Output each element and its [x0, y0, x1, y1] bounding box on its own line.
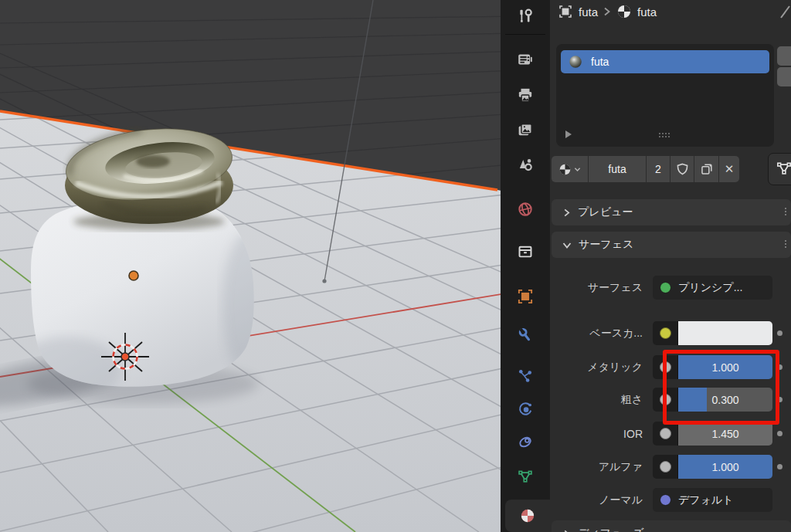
ior-value-field[interactable]: 1.450 — [678, 422, 772, 446]
value-socket-icon — [660, 461, 671, 473]
base-color-row: ベースカ... — [550, 320, 791, 346]
annotation-highlight-rect — [663, 350, 779, 425]
object-origin-dot[interactable] — [129, 271, 138, 280]
collection-icon — [517, 243, 534, 260]
base-color-label: ベースカ... — [550, 320, 643, 346]
material-slot-selected[interactable]: futa — [561, 50, 769, 73]
animate-decorator[interactable] — [777, 431, 783, 436]
ior-field[interactable]: 1.450 — [653, 422, 772, 446]
panel-diffuse-label: ディフューズ — [578, 527, 644, 532]
chevron-down-icon — [562, 241, 572, 249]
object-icon — [517, 288, 534, 305]
material-sphere-icon — [558, 163, 572, 176]
close-icon: ✕ — [725, 162, 735, 176]
shader-socket-icon — [660, 282, 671, 293]
tab-collection[interactable] — [501, 236, 550, 268]
alpha-slider[interactable]: 1.000 — [678, 455, 772, 479]
constraints-icon — [517, 433, 534, 450]
chevron-right-icon — [562, 530, 571, 532]
panel-preview-label: プレビュー — [578, 205, 633, 219]
tab-physics[interactable] — [501, 393, 550, 425]
value-socket-icon — [660, 428, 671, 439]
panel-surface-header[interactable]: サーフェス — [552, 232, 791, 258]
alpha-field[interactable]: 1.000 — [653, 455, 772, 479]
animate-decorator[interactable] — [777, 464, 783, 469]
base-color-swatch[interactable] — [678, 321, 772, 345]
modifier-wrench-icon — [517, 327, 534, 344]
color-socket-icon — [660, 327, 671, 339]
object-data-icon — [517, 468, 534, 485]
list-footer — [556, 128, 774, 142]
panel-preview-header[interactable]: プレビュー — [552, 199, 791, 225]
material-name-field[interactable]: futa — [589, 156, 646, 182]
chevron-down-icon — [574, 167, 581, 172]
particles-icon — [517, 368, 534, 385]
ior-socket[interactable] — [653, 422, 678, 446]
material-preview-sphere-icon — [569, 55, 582, 69]
tab-tool[interactable] — [501, 0, 550, 32]
material-users-count-button[interactable]: 2 — [647, 156, 670, 182]
tab-modifiers[interactable] — [501, 319, 550, 351]
tab-view-layer[interactable] — [501, 114, 550, 146]
tab-object-data[interactable] — [501, 460, 550, 493]
normal-field[interactable]: デフォルト — [653, 488, 772, 512]
search-icon[interactable] — [779, 2, 791, 22]
panel-drag-grip[interactable] — [785, 240, 786, 249]
node-tree-icon — [776, 161, 791, 178]
tab-output[interactable] — [501, 79, 550, 111]
add-material-slot-button[interactable] — [777, 46, 791, 66]
output-icon — [517, 86, 534, 103]
duplicate-icon — [701, 163, 713, 175]
material-datablock-row: futa 2 ✕ — [552, 156, 740, 182]
animate-decorator[interactable] — [777, 330, 783, 336]
view-layer-icon — [517, 121, 534, 138]
unlink-material-button[interactable]: ✕ — [719, 156, 739, 182]
material-slot-name: futa — [591, 56, 609, 68]
tool-icon — [517, 8, 534, 25]
properties-editor: futa futa futa — [550, 0, 791, 532]
base-color-field[interactable] — [653, 321, 772, 345]
alpha-socket[interactable] — [653, 455, 678, 479]
panel-drag-grip[interactable] — [785, 208, 786, 217]
properties-tab-bar — [501, 0, 550, 532]
tab-object[interactable] — [501, 280, 550, 313]
tab-render[interactable] — [501, 43, 550, 76]
tab-scene[interactable] — [501, 148, 550, 181]
tab-material[interactable] — [505, 500, 550, 532]
new-material-copy-button[interactable] — [694, 156, 718, 182]
list-expand-arrow-icon[interactable] — [565, 130, 572, 138]
shield-icon — [677, 163, 688, 175]
viewport-3d[interactable] — [0, 0, 501, 532]
surface-shader-label: サーフェス — [550, 275, 643, 300]
remove-material-slot-button[interactable] — [777, 67, 791, 86]
node-tree-button[interactable] — [768, 153, 791, 185]
physics-icon — [517, 401, 534, 418]
tab-particles[interactable] — [501, 360, 550, 392]
chevron-right-icon — [562, 208, 571, 217]
normal-label: ノーマル — [550, 487, 643, 513]
surface-shader-button[interactable]: プリンシプ... — [653, 276, 772, 300]
tabbar-separator — [505, 34, 545, 35]
tab-world[interactable] — [501, 193, 550, 225]
alpha-label: アルファ — [550, 454, 643, 479]
ior-label: IOR — [550, 421, 643, 446]
panel-diffuse-header[interactable]: ディフューズ — [552, 520, 791, 532]
fake-user-button[interactable] — [670, 156, 694, 182]
material-breadcrumb-icon — [616, 4, 632, 19]
browse-material-button[interactable] — [552, 156, 588, 182]
scene-icon — [517, 156, 534, 173]
list-resize-grip[interactable] — [659, 133, 671, 139]
breadcrumb-object[interactable]: futa — [579, 5, 598, 19]
material-icon — [519, 507, 536, 524]
base-color-socket[interactable] — [653, 321, 678, 345]
breadcrumb-material[interactable]: futa — [637, 5, 657, 19]
surface-shader-value: プリンシプ... — [678, 281, 742, 295]
object-breadcrumb-icon — [558, 4, 573, 19]
normal-row: ノーマル デフォルト — [550, 487, 791, 513]
surface-shader-row: サーフェス プリンシプ... — [550, 275, 791, 300]
alpha-row: アルファ 1.000 — [550, 454, 791, 479]
material-slot-list[interactable]: futa — [556, 44, 774, 147]
vector-socket-icon — [660, 494, 671, 506]
metallic-label: メタリック — [550, 354, 643, 380]
tab-constraints[interactable] — [501, 425, 550, 458]
